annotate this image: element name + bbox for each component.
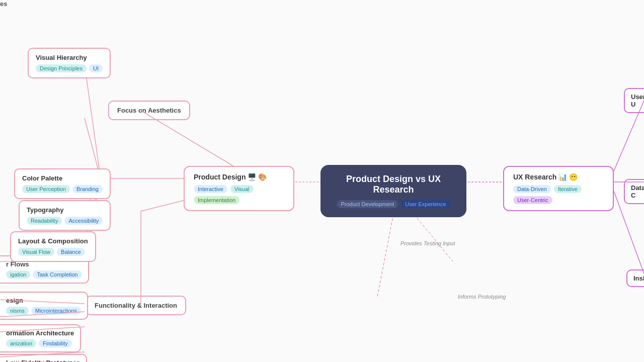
node-title: Typography	[27, 206, 103, 214]
node-title: Insigh	[633, 275, 644, 282]
tag-user-experience: User Experience	[401, 200, 450, 208]
node-layout-composition[interactable]: Layout & Composition Visual Flow Balance	[10, 231, 96, 262]
node-tags: Interactive Visual Implementation	[194, 185, 284, 204]
node-tags: Data-Driven Iterative User-Centric	[513, 185, 604, 204]
node-low-fi-partial[interactable]: Low-Fidelity Prototypes	[0, 354, 87, 362]
mind-map-canvas: es Visual Hierarchy Design Principles UI…	[0, 0, 644, 362]
node-color-palette[interactable]: Color Palette User Perception Branding	[14, 168, 111, 199]
node-title: esign	[6, 297, 81, 304]
node-central[interactable]: Product Design vs UX Research Product De…	[320, 165, 466, 217]
tag-accessibility: Accessibility	[64, 217, 103, 225]
node-title: Low-Fidelity Prototypes	[6, 359, 80, 362]
central-tags: Product Development User Experience	[335, 200, 452, 208]
node-title: Layout & Composition	[18, 237, 88, 245]
tag-branding: Branding	[72, 185, 103, 193]
node-title: Visual Hierarchy	[36, 54, 103, 61]
tag-mechanisms: nisms	[6, 307, 29, 315]
node-info-arch-partial[interactable]: ormation Architecture anization Findabil…	[0, 324, 81, 352]
tag-organization: anization	[6, 339, 36, 347]
node-focus-aesthetics[interactable]: Focus on Aesthetics	[108, 101, 190, 120]
tag-implementation: Implementation	[194, 196, 239, 204]
node-title: Color Palette	[22, 174, 103, 182]
node-product-design[interactable]: Product Design 🖥️ 🎨 Interactive Visual I…	[184, 166, 294, 211]
tag-product-development: Product Development	[337, 200, 398, 208]
partial-text-top: es	[0, 0, 7, 8]
node-data-right-partial[interactable]: Data C	[624, 179, 644, 204]
label-provides-testing: Provides Testing Input	[400, 240, 455, 246]
node-title: Focus on Aesthetics	[117, 107, 181, 114]
tag-user-perception: User Perception	[22, 185, 70, 193]
tag-navigation: igation	[6, 270, 30, 279]
tag-balance: Balance	[57, 248, 85, 256]
tag-user-centric: User-Centric	[513, 196, 552, 204]
tag-task-completion: Task Completion	[33, 270, 82, 279]
node-visual-hierarchy[interactable]: Visual Hierarchy Design Principles UI	[28, 48, 111, 78]
node-title: UX Research 📊 😶	[513, 173, 604, 181]
tag-findability: Findability	[39, 339, 72, 347]
label-informs-prototyping: Informs Prototyping	[458, 294, 506, 300]
tag-visual: Visual	[230, 185, 254, 193]
node-title: ormation Architecture	[6, 329, 74, 337]
tag-iterative: Iterative	[554, 185, 582, 193]
central-title: Product Design vs UX Research	[335, 174, 452, 195]
tag-data-driven: Data-Driven	[513, 185, 551, 193]
tag-readability: Readability	[27, 217, 62, 225]
node-design-partial[interactable]: esign nisms Microinteractions	[0, 292, 88, 320]
node-title: Product Design 🖥️ 🎨	[194, 173, 284, 181]
node-tags: Design Principles UI	[36, 64, 103, 72]
tag-visual-flow: Visual Flow	[18, 248, 54, 256]
node-title: Functionality & Interaction	[95, 302, 177, 309]
svg-line-5	[85, 64, 101, 178]
node-insights-right-partial[interactable]: Insigh	[626, 269, 644, 287]
node-user-right-partial[interactable]: User U	[624, 88, 644, 113]
tag-interactive: Interactive	[194, 185, 227, 193]
tag-ui: UI	[89, 64, 103, 72]
node-title: User U	[631, 93, 644, 108]
node-tags: Visual Flow Balance	[18, 248, 88, 256]
tag-design-principles: Design Principles	[36, 64, 87, 72]
node-ux-research[interactable]: UX Research 📊 😶 Data-Driven Iterative Us…	[503, 166, 614, 211]
node-functionality-interaction[interactable]: Functionality & Interaction	[86, 296, 186, 315]
node-tags: Readability Accessibility	[27, 217, 103, 225]
tag-microinteractions: Microinteractions	[31, 307, 81, 315]
node-title: Data C	[631, 184, 644, 199]
node-tags: User Perception Branding	[22, 185, 103, 193]
node-typography[interactable]: Typography Readability Accessibility	[19, 200, 111, 231]
